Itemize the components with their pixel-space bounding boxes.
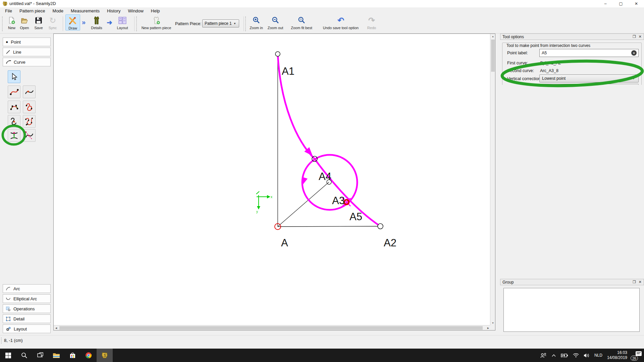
chrome-button[interactable] bbox=[80, 349, 97, 362]
taskbar-clock[interactable]: 16:03 14/08/2019 bbox=[607, 350, 627, 360]
language-indicator[interactable]: NLD bbox=[594, 353, 602, 358]
details-mode-button[interactable]: Details bbox=[89, 14, 105, 30]
zoom-fit-best-button[interactable]: Zoom fit best bbox=[287, 14, 316, 30]
label-a2[interactable]: A2 bbox=[384, 237, 396, 249]
mode-arrow-details-layout-icon: ➜ bbox=[107, 18, 112, 26]
menu-mode[interactable]: Mode bbox=[49, 8, 67, 14]
horizontal-correction-select[interactable]: Leftmost point ▼ bbox=[539, 84, 639, 85]
point-section-label: Point bbox=[11, 40, 21, 45]
menu-pattern-piece[interactable]: Pattern piece bbox=[16, 8, 49, 14]
sidebar-section-curve[interactable]: Curve bbox=[3, 58, 51, 66]
undo-button[interactable]: ↶ Undo save tool option bbox=[318, 14, 364, 30]
menu-help[interactable]: Help bbox=[147, 8, 164, 14]
maximize-button[interactable]: ▢ bbox=[613, 0, 629, 7]
pattern-piece-select[interactable]: Pattern piece 1 ▼ bbox=[202, 19, 239, 27]
redo-button[interactable]: ↷ Redo bbox=[364, 14, 379, 30]
curve-intersect-axis-tool-button[interactable] bbox=[23, 129, 36, 142]
float-panel-icon[interactable]: ❐ bbox=[633, 280, 636, 284]
spline-a1-a2[interactable] bbox=[278, 54, 380, 226]
select-tool-button[interactable] bbox=[8, 70, 20, 83]
operations-section-label: Operations bbox=[13, 306, 35, 311]
sidebar-section-elliptical-arc[interactable]: Elliptical Arc bbox=[3, 294, 51, 303]
start-button[interactable] bbox=[0, 349, 16, 362]
search-button[interactable] bbox=[16, 349, 32, 362]
show-hidden-icons-chevron[interactable] bbox=[551, 354, 556, 357]
open-folder-icon bbox=[20, 16, 29, 25]
line-a-a2[interactable] bbox=[278, 226, 380, 227]
seamly2d-taskbar-button[interactable]: S bbox=[97, 349, 113, 362]
zoom-out-button[interactable]: Zoom out bbox=[265, 14, 285, 30]
sidebar-section-point[interactable]: ● Point bbox=[3, 38, 51, 46]
wifi-icon[interactable] bbox=[573, 353, 579, 358]
layout-mode-button[interactable]: Layout bbox=[114, 14, 130, 30]
scroll-down-icon[interactable]: ▼ bbox=[490, 320, 495, 325]
point-a1[interactable] bbox=[275, 52, 280, 56]
vertical-correction-select[interactable]: Lowest point ▼ bbox=[539, 74, 639, 82]
chevron-down-icon: ▼ bbox=[233, 22, 239, 25]
float-panel-icon[interactable]: ❐ bbox=[633, 35, 636, 39]
close-button[interactable]: ✕ bbox=[629, 0, 644, 7]
point-label-input[interactable]: A5 ✕ bbox=[539, 49, 639, 57]
sidebar-section-arc[interactable]: Arc bbox=[3, 284, 51, 293]
new-button[interactable]: New bbox=[5, 14, 19, 30]
group-list[interactable] bbox=[503, 288, 640, 332]
sidebar-section-detail[interactable]: Detail bbox=[3, 314, 51, 323]
drawing-canvas[interactable]: x y A1 A A2 A4 A3 A5 ▲ ▼ ◀ bbox=[53, 34, 495, 330]
battery-icon[interactable] bbox=[561, 353, 568, 358]
label-a5[interactable]: A5 bbox=[350, 211, 362, 223]
notification-badge: 26 bbox=[631, 356, 638, 361]
sidebar-section-line[interactable]: Line bbox=[3, 48, 51, 56]
clear-input-icon[interactable]: ✕ bbox=[631, 50, 637, 56]
curve-handles-tool-button[interactable] bbox=[8, 101, 20, 113]
close-panel-icon[interactable]: ✕ bbox=[639, 35, 642, 39]
first-curve-caption: First curve: bbox=[507, 61, 528, 65]
draw-mode-button[interactable]: Draw bbox=[65, 14, 80, 31]
label-a3[interactable]: A3 bbox=[332, 195, 345, 206]
task-view-button[interactable] bbox=[32, 349, 48, 362]
main-toolbar: New Open Save ↻ Sync Draw » bbox=[0, 14, 644, 34]
notification-center-button[interactable]: 26 bbox=[632, 351, 642, 360]
sidebar-section-operations[interactable]: Operations bbox=[3, 304, 51, 313]
people-icon[interactable] bbox=[540, 353, 547, 358]
label-a[interactable]: A bbox=[281, 237, 288, 249]
file-explorer-button[interactable] bbox=[48, 349, 64, 362]
new-pattern-piece-label: New pattern piece bbox=[142, 26, 171, 30]
complex-curve-tool-button[interactable] bbox=[23, 115, 36, 128]
horizontal-scroll-thumb[interactable] bbox=[59, 326, 483, 330]
minimize-button[interactable]: – bbox=[598, 0, 613, 7]
scroll-left-icon[interactable]: ◀ bbox=[54, 325, 59, 330]
redo-icon: ↷ bbox=[368, 16, 375, 25]
layout-label: Layout bbox=[117, 26, 128, 30]
group-panel-header: Group ❐ ✕ bbox=[500, 279, 644, 285]
complex-curve-tool-icon bbox=[24, 117, 34, 126]
point-a2[interactable] bbox=[378, 224, 383, 229]
sidebar-section-layout[interactable]: Layout bbox=[3, 324, 51, 333]
spline-path-point-tool-button[interactable] bbox=[8, 115, 20, 128]
spline-tool-button[interactable] bbox=[8, 85, 20, 98]
vertical-scroll-thumb[interactable] bbox=[491, 40, 495, 72]
detail-icon bbox=[6, 316, 11, 321]
save-button[interactable]: Save bbox=[32, 14, 46, 30]
point-label-value: A5 bbox=[540, 51, 631, 55]
title-bar: S untitled.val* - Seamly2D – ▢ ✕ bbox=[0, 0, 644, 7]
tool-options-body: Tool to make point from intersection two… bbox=[500, 40, 644, 85]
menu-measurements[interactable]: Measurements bbox=[67, 8, 103, 14]
vertical-scrollbar[interactable]: ▲ ▼ bbox=[490, 34, 495, 325]
sync-button[interactable]: ↻ Sync bbox=[46, 14, 60, 30]
open-button[interactable]: Open bbox=[17, 14, 32, 30]
menu-window[interactable]: Window bbox=[124, 8, 147, 14]
scroll-up-icon[interactable]: ▲ bbox=[490, 34, 495, 39]
volume-icon[interactable] bbox=[584, 353, 590, 358]
new-pattern-piece-button[interactable]: New pattern piece bbox=[138, 14, 174, 30]
menu-history[interactable]: History bbox=[103, 8, 124, 14]
label-a1[interactable]: A1 bbox=[282, 65, 294, 77]
label-a4[interactable]: A4 bbox=[319, 171, 331, 182]
menu-file[interactable]: File bbox=[1, 8, 16, 14]
spline-path-tool-button[interactable] bbox=[23, 101, 36, 113]
horizontal-scrollbar[interactable]: ◀ ▶ bbox=[54, 325, 491, 330]
intersect-curves-tool-button[interactable] bbox=[8, 129, 20, 142]
close-panel-icon[interactable]: ✕ bbox=[639, 280, 642, 284]
spline-point-tool-button[interactable] bbox=[23, 85, 36, 98]
microsoft-store-button[interactable] bbox=[64, 349, 80, 362]
zoom-in-button[interactable]: Zoom in bbox=[248, 14, 265, 30]
